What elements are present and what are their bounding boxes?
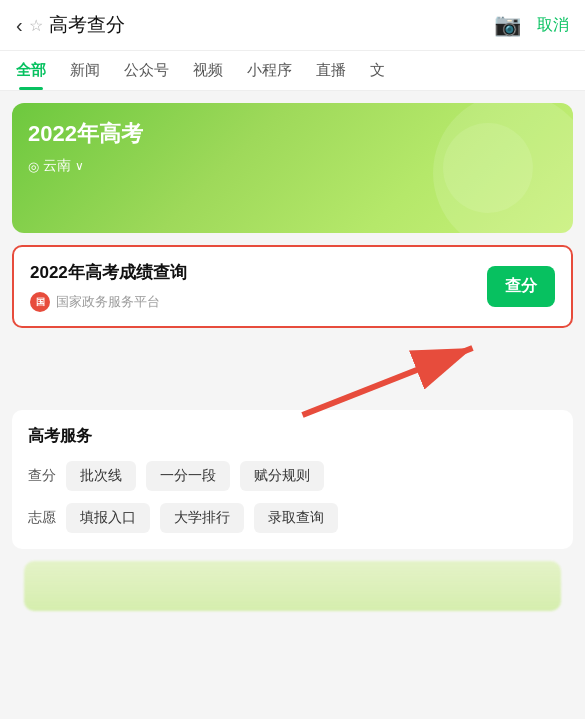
services-card: 高考服务 查分 批次线 一分一段 赋分规则 志愿 填报入口 大学排行 录取查询 — [12, 410, 573, 549]
tab-mini[interactable]: 小程序 — [235, 51, 304, 90]
result-title: 2022年高考成绩查询 — [30, 261, 475, 284]
result-source: 国 国家政务服务平台 — [30, 292, 475, 312]
star-icon[interactable]: ☆ — [29, 16, 43, 35]
location-text: 云南 — [43, 157, 71, 175]
green-banner: 2022年高考 ◎ 云南 ∨ — [12, 103, 573, 233]
top-nav-bar: ‹ ☆ 高考查分 📷 取消 — [0, 0, 585, 51]
page-title: 高考查分 — [49, 12, 125, 38]
bottom-blurred-content — [24, 561, 561, 611]
nav-right: 📷 取消 — [494, 12, 569, 38]
service-tags-0: 批次线 一分一段 赋分规则 — [66, 461, 324, 491]
arrow-svg — [12, 340, 573, 420]
banner-location[interactable]: ◎ 云南 ∨ — [28, 157, 557, 175]
tag-0-1[interactable]: 一分一段 — [146, 461, 230, 491]
tab-gzh[interactable]: 公众号 — [112, 51, 181, 90]
query-score-button[interactable]: 查分 — [487, 266, 555, 307]
arrow-indicator — [12, 340, 573, 420]
tag-1-1[interactable]: 大学排行 — [160, 503, 244, 533]
tag-0-2[interactable]: 赋分规则 — [240, 461, 324, 491]
services-row-1: 志愿 填报入口 大学排行 录取查询 — [28, 503, 557, 533]
row-label-0: 查分 — [28, 467, 56, 485]
location-chevron-icon: ∨ — [75, 159, 84, 173]
camera-icon[interactable]: 📷 — [494, 12, 521, 38]
tab-live[interactable]: 直播 — [304, 51, 358, 90]
tab-all[interactable]: 全部 — [4, 51, 58, 90]
services-section-title: 高考服务 — [28, 426, 557, 447]
tag-1-0[interactable]: 填报入口 — [66, 503, 150, 533]
nav-left: ‹ ☆ 高考查分 — [16, 12, 125, 38]
tab-video[interactable]: 视频 — [181, 51, 235, 90]
source-logo: 国 — [30, 292, 50, 312]
row-label-1: 志愿 — [28, 509, 56, 527]
back-icon[interactable]: ‹ — [16, 14, 23, 37]
result-info: 2022年高考成绩查询 国 国家政务服务平台 — [30, 261, 475, 312]
svg-line-1 — [303, 348, 473, 415]
services-row-0: 查分 批次线 一分一段 赋分规则 — [28, 461, 557, 491]
service-tags-1: 填报入口 大学排行 录取查询 — [66, 503, 338, 533]
cancel-button[interactable]: 取消 — [537, 15, 569, 36]
tag-0-0[interactable]: 批次线 — [66, 461, 136, 491]
result-card: 2022年高考成绩查询 国 国家政务服务平台 查分 — [12, 245, 573, 328]
banner-title: 2022年高考 — [28, 119, 557, 149]
tab-news[interactable]: 新闻 — [58, 51, 112, 90]
source-name: 国家政务服务平台 — [56, 293, 160, 311]
tab-bar: 全部 新闻 公众号 视频 小程序 直播 文 — [0, 51, 585, 91]
main-content: 2022年高考 ◎ 云南 ∨ 2022年高考成绩查询 国 国家政务服务平台 查分 — [0, 91, 585, 623]
tag-1-2[interactable]: 录取查询 — [254, 503, 338, 533]
tab-wen[interactable]: 文 — [358, 51, 397, 90]
location-pin-icon: ◎ — [28, 159, 39, 174]
